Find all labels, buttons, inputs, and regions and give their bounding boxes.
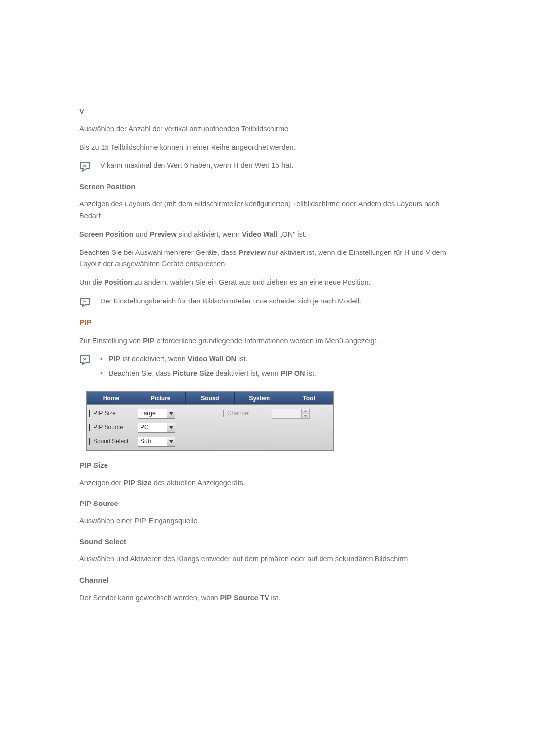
dropdown-sound-select-value: Sub bbox=[138, 437, 167, 446]
chevron-down-icon[interactable] bbox=[167, 409, 175, 418]
chevron-up-icon bbox=[302, 409, 309, 414]
panel-col-right: Channel bbox=[223, 408, 331, 447]
heading-pip-size: PIP Size bbox=[79, 459, 456, 471]
heading-screen-position: Screen Position bbox=[79, 181, 456, 193]
dropdown-pip-size-value: Large bbox=[138, 409, 167, 418]
dropdown-pip-source[interactable]: PC bbox=[138, 423, 175, 433]
tab-system[interactable]: System bbox=[235, 392, 284, 404]
para-v-2: Bis zu 15 Teilbildschirme können in eine… bbox=[79, 142, 456, 153]
dropdown-pip-source-value: PC bbox=[138, 423, 167, 432]
note-icon bbox=[79, 161, 91, 172]
panel-body: PIP Size Large PIP Source PC Sound Selec… bbox=[87, 404, 333, 450]
heading-channel: Channel bbox=[79, 574, 456, 586]
label-pip-size: PIP Size bbox=[93, 409, 136, 418]
para-pip-source: Auswählen einer PIP-Eingangsquelle bbox=[79, 515, 456, 527]
para-v-1: Auswählen der Anzahl der vertikal anzuor… bbox=[79, 123, 456, 135]
para-sp-2: Screen Position und Preview sind aktivie… bbox=[79, 229, 456, 240]
pip-bullet-1: PIP ist deaktiviert, wenn Video Wall ON … bbox=[100, 353, 316, 365]
para-pip-size: Anzeigen der PIP Size des aktuellen Anze… bbox=[79, 477, 456, 489]
note-icon bbox=[79, 354, 91, 365]
tab-tool[interactable]: Tool bbox=[284, 392, 333, 404]
pip-bullet-2: Beachten Sie, dass Picture Size deaktivi… bbox=[100, 368, 316, 379]
tick-icon bbox=[89, 438, 90, 445]
note-v: V kann maximal den Wert 6 haben, wenn H … bbox=[79, 160, 456, 172]
note-sp-text: Der Einstellungsbereich für den Bildschi… bbox=[100, 296, 456, 307]
para-pip-1: Zur Einstellung von PIP erforderliche gr… bbox=[79, 335, 456, 347]
chevron-down-icon bbox=[302, 414, 309, 419]
heading-sound-select: Sound Select bbox=[79, 536, 456, 548]
panel-col-left: PIP Size Large PIP Source PC Sound Selec… bbox=[89, 408, 219, 447]
tick-icon bbox=[89, 410, 90, 417]
pip-bullets: PIP ist deaktiviert, wenn Video Wall ON … bbox=[100, 353, 316, 382]
label-sound-select: Sound Select bbox=[93, 437, 136, 446]
heading-v: V bbox=[79, 105, 456, 117]
tab-row: Home Picture Sound System Tool bbox=[87, 392, 333, 404]
label-channel: Channel bbox=[227, 409, 270, 418]
dropdown-sound-select[interactable]: Sub bbox=[138, 437, 175, 447]
para-sp-4: Um die Position zu ändern, wählen Sie ei… bbox=[79, 277, 456, 288]
para-sp-3: Beachten Sie bei Auswahl mehrerer Geräte… bbox=[79, 247, 456, 270]
chevron-down-icon[interactable] bbox=[167, 423, 175, 432]
tab-home[interactable]: Home bbox=[87, 392, 136, 404]
heading-pip-source: PIP Source bbox=[79, 498, 456, 509]
note-pip: PIP ist deaktiviert, wenn Video Wall ON … bbox=[79, 353, 456, 382]
chevron-down-icon[interactable] bbox=[167, 437, 175, 446]
dropdown-pip-size[interactable]: Large bbox=[138, 409, 175, 419]
row-channel: Channel bbox=[223, 408, 331, 419]
row-pip-source: PIP Source PC bbox=[89, 422, 219, 433]
tab-picture[interactable]: Picture bbox=[136, 392, 186, 404]
para-sound-select: Auswählen und Aktivieren des Klangs entw… bbox=[79, 554, 456, 565]
tab-sound[interactable]: Sound bbox=[186, 392, 235, 404]
settings-panel: Home Picture Sound System Tool PIP Size … bbox=[86, 391, 334, 451]
note-v-text: V kann maximal den Wert 6 haben, wenn H … bbox=[100, 160, 456, 171]
tick-icon bbox=[223, 410, 224, 417]
row-pip-size: PIP Size Large bbox=[89, 408, 219, 419]
para-sp-1: Anzeigen des Layouts der (mit dem Bildsc… bbox=[79, 199, 456, 221]
label-pip-source: PIP Source bbox=[93, 423, 136, 432]
spinner-buttons bbox=[301, 409, 309, 418]
row-sound-select: Sound Select Sub bbox=[89, 436, 219, 447]
spinner-channel bbox=[272, 409, 310, 419]
note-icon bbox=[79, 297, 91, 307]
section-pip: PIP bbox=[79, 316, 456, 328]
para-channel: Der Sender kann gewechselt werden, wenn … bbox=[79, 592, 456, 604]
note-sp: Der Einstellungsbereich für den Bildschi… bbox=[79, 296, 456, 307]
tick-icon bbox=[89, 424, 90, 431]
